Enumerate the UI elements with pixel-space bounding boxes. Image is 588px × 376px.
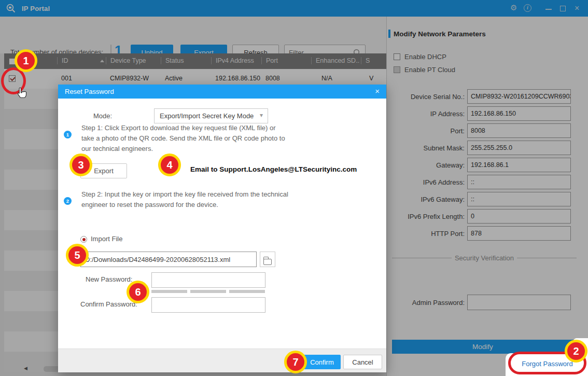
step2-text: Step 2: Input the key or import the key … [81,189,288,210]
annotation-circle-2: 2 [565,340,587,363]
mode-dropdown[interactable]: Export/Import Secret Key Mode ▾ [154,108,268,123]
password-strength-meter [151,290,265,293]
step1-text: Step 1: Click Export to download the key… [81,123,285,154]
annotation-circle-7: 7 [284,351,307,373]
support-email-text: Email to Support.LosAngeles@LTSecurityin… [190,165,357,173]
confirm-password-label: Confirm Password: [80,300,137,308]
chevron-down-icon: ▾ [260,112,263,119]
hand-cursor-icon [16,86,27,101]
annotation-circle-1: 1 [15,49,37,72]
cancel-button[interactable]: Cancel [343,355,382,369]
app-window: IP Portal ⚙ i × Total number of online d… [0,0,588,376]
step1-badge: 1 [64,131,72,138]
mode-label: Mode: [93,112,112,120]
new-password-label: New Password: [86,275,132,283]
dialog-header: Reset Password × [58,85,386,99]
mode-value: Export/Import Secret Key Mode [160,112,254,120]
annotation-circle-5: 5 [66,244,89,267]
dialog-close-icon[interactable]: × [375,87,380,95]
browse-folder-button[interactable] [260,252,275,267]
folder-icon [263,259,272,265]
import-file-radio[interactable] [80,236,87,243]
file-path-input[interactable]: D:/Downloads/D42486499-20200628052113.xm… [80,252,257,267]
confirm-button[interactable]: Confirm [303,355,341,369]
import-file-label: Import File [91,235,122,243]
annotation-circle-3: 3 [69,154,92,176]
new-password-input[interactable] [151,272,265,288]
step2-badge: 2 [64,197,72,205]
reset-password-dialog: Reset Password × Mode: Export/Import Sec… [58,85,386,372]
dialog-title: Reset Password [65,88,114,95]
annotation-circle-6: 6 [127,281,149,303]
confirm-password-input[interactable] [151,297,265,313]
annotation-circle-4: 4 [158,154,181,176]
